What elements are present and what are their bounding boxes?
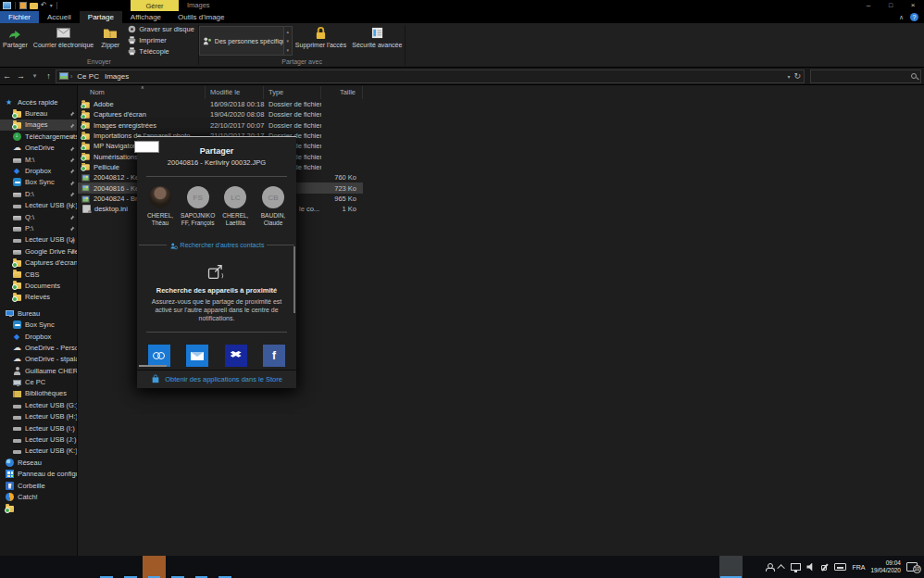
column-header-type[interactable]: Type	[264, 86, 321, 99]
notification-center-icon[interactable]: 10	[906, 562, 918, 572]
vertical-scrollbar-thumb[interactable]	[293, 246, 296, 313]
sidebar-item[interactable]: OneDrive - stpalaiss	[0, 354, 77, 365]
ribbon-tab[interactable]: Outils d'image	[169, 11, 232, 23]
sidebar-item[interactable]: Box Sync	[0, 319, 77, 330]
horizontal-scrollbar-thumb[interactable]	[139, 365, 167, 367]
copy-link-icon[interactable]	[148, 345, 170, 367]
sidebar-item[interactable]: Dropbox	[0, 165, 77, 176]
display-tray-icon[interactable]	[791, 563, 801, 571]
close-button[interactable]	[902, 0, 924, 11]
bulb-app-icon[interactable]	[616, 556, 640, 578]
remove-access-button[interactable]: Supprimer l'accès	[293, 23, 349, 57]
sidebar-item[interactable]: Bibliothèques	[0, 388, 77, 399]
sidebar-item[interactable]: Lecteur USB (K:)	[0, 446, 77, 457]
sidebar-item[interactable]: Bureau	[0, 107, 77, 119]
blocked-app-icon[interactable]	[497, 556, 521, 578]
g17-app-icon[interactable]: 17	[331, 556, 356, 578]
security-shield-icon[interactable]	[190, 556, 214, 578]
contact[interactable]: LC CHEREL,Laetitia	[223, 186, 247, 227]
store-link-row[interactable]: Obtenir des applications dans le Store	[137, 370, 296, 388]
touch-keyboard-icon[interactable]	[834, 563, 846, 571]
upload-green-icon-2[interactable]	[687, 556, 711, 578]
sidebar-item[interactable]: P:\	[0, 222, 77, 233]
sidebar-item[interactable]: Catch!	[0, 491, 77, 502]
tiles-app-icon[interactable]	[356, 556, 380, 578]
sidebar-item[interactable]: Q:\	[0, 211, 77, 222]
store-link[interactable]: Obtenir des applications dans le Store	[165, 375, 282, 383]
acrobat-icon[interactable]	[284, 556, 308, 578]
column-header-size[interactable]: Taille	[321, 86, 363, 99]
file-row[interactable]: Adobe 16/09/2018 00:18 Dossier de fichie…	[78, 99, 363, 109]
file-row[interactable]: Images enregistrées 22/10/2017 00:07 Dos…	[78, 120, 363, 131]
sidebar-item[interactable]: Réseau	[0, 457, 77, 468]
search-input[interactable]	[810, 69, 921, 83]
sidebar-item[interactable]: Box Sync	[0, 177, 77, 188]
sidebar-item[interactable]: Lecteur USB (H:)	[0, 411, 77, 422]
start-icon[interactable]	[0, 556, 24, 578]
camera-shield-icon[interactable]	[427, 556, 451, 578]
sidebar-item[interactable]: Lecteur USB (I:)	[0, 234, 77, 245]
image-editor-icon[interactable]	[403, 556, 427, 578]
sidebar-item[interactable]: Relevés	[0, 292, 77, 303]
maximize-button[interactable]	[880, 0, 902, 11]
dropbox-icon[interactable]	[225, 345, 247, 367]
sidebar-item[interactable]: OneDrive - Persona	[0, 342, 77, 353]
cortana-icon[interactable]	[47, 556, 71, 578]
back-icon[interactable]: ←	[0, 71, 14, 81]
vlc-icon[interactable]	[545, 556, 569, 578]
sidebar-item[interactable]: Panneau de configu	[0, 469, 77, 480]
sidebar-item[interactable]: Images	[0, 119, 77, 131]
sidebar-item[interactable]: D:\	[0, 188, 77, 199]
sidebar-item[interactable]: Captures d'écran	[0, 257, 77, 268]
sidebar-item[interactable]: M:\	[0, 154, 77, 165]
advanced-security-button[interactable]: Sécurité avancée	[349, 23, 405, 57]
sidebar-item[interactable]: Lecteur USB (J:)	[0, 434, 77, 445]
fs-app-icon[interactable]: FS	[474, 556, 498, 578]
undo-icon[interactable]	[41, 2, 47, 9]
upload-green-icon[interactable]	[664, 556, 688, 578]
avatar[interactable]: LC	[224, 186, 246, 208]
minimize-button[interactable]	[857, 0, 880, 11]
gallery-scroll-arrows[interactable]: ▴ ▾ ▾	[284, 26, 293, 56]
teams-icon[interactable]	[261, 556, 285, 578]
sync-app-icon[interactable]	[380, 556, 404, 578]
forward-icon[interactable]: →	[14, 71, 28, 81]
spotify-icon[interactable]	[450, 556, 474, 578]
sidebar-item[interactable]: Dropbox	[0, 331, 77, 342]
address-box[interactable]: › Ce PCImages ▾ ↻	[56, 69, 805, 83]
ribbon-tab[interactable]: Fichier	[0, 11, 39, 23]
properties-icon[interactable]	[19, 2, 27, 9]
avatar[interactable]: CB	[262, 186, 284, 208]
office-icon[interactable]	[237, 556, 261, 578]
usb-tray-icon[interactable]	[820, 563, 829, 572]
sidebar-item[interactable]: CBS	[0, 269, 77, 280]
refresh-icon[interactable]: ↻	[793, 71, 801, 81]
breadcrumb-item[interactable]: Images	[102, 72, 131, 81]
help-icon[interactable]: ?	[910, 13, 918, 21]
edge-icon[interactable]	[166, 556, 190, 578]
sidebar-item[interactable]: Lecteur USB (G:)	[0, 399, 77, 410]
qat-customize-chevron-icon[interactable]	[50, 2, 53, 9]
ribbon-tab[interactable]: Accueil	[39, 11, 80, 23]
rename-edit-box[interactable]	[134, 141, 159, 153]
sidebar-item[interactable]: Ce PC	[0, 376, 77, 387]
your-phone-icon[interactable]	[119, 556, 143, 578]
up-icon[interactable]: ↑	[42, 71, 56, 81]
file-row[interactable]: Captures d'écran 19/04/2020 08:08 Dossie…	[78, 109, 363, 119]
volume-tray-icon[interactable]	[806, 563, 815, 572]
print-button[interactable]: Imprimer	[128, 35, 194, 45]
show-hidden-icons-chevron[interactable]	[778, 564, 785, 572]
whatsapp-icon[interactable]	[143, 556, 167, 578]
email-button[interactable]: Courrier électronique	[31, 23, 96, 57]
people-tray-icon[interactable]	[765, 563, 774, 572]
search-icon[interactable]	[24, 556, 48, 578]
zip-button[interactable]: Zipper	[96, 23, 124, 57]
contact[interactable]: FS SAPOJNIKOFF, François	[186, 186, 210, 227]
sidebar-item[interactable]: Lecteur USB (H:)	[0, 200, 77, 211]
ribbon-tab[interactable]: Partage	[80, 11, 122, 23]
share-button[interactable]: Partager	[0, 23, 31, 57]
specific-people-item[interactable]: Des personnes spécifiques...	[199, 26, 284, 56]
ribbon-tab[interactable]: Affichage	[122, 11, 169, 23]
sidebar-item[interactable]: Bureau	[0, 308, 77, 319]
eye-app-icon[interactable]	[593, 556, 617, 578]
